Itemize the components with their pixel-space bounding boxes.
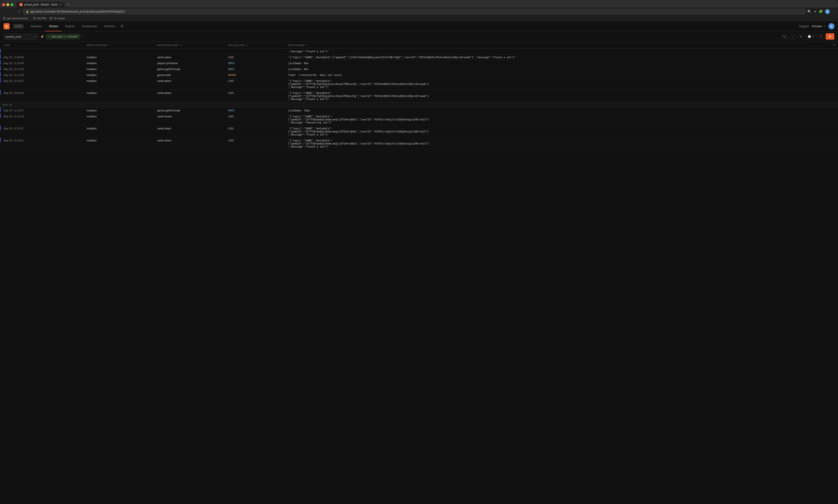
- user-avatar[interactable]: S: [828, 23, 835, 29]
- table-row[interactable]: May 29, 11:21:15 mutation cards:reveal L…: [0, 114, 838, 126]
- column-settings-icon[interactable]: ⚙: [833, 43, 835, 47]
- th-log-level[interactable]: data.log_level ▼: [225, 42, 285, 49]
- row-time: May 29, 11:20:37: [1, 108, 84, 114]
- add-filter-button[interactable]: +: [82, 34, 84, 39]
- dataset-selector[interactable]: proset_prod ▼: [3, 34, 38, 40]
- row-log-level: INFO: [225, 108, 285, 114]
- bookmark-to-review-label: To review: [54, 17, 65, 20]
- table-row[interactable]: May 20, 11:10:53 mutation games:getOrCre…: [0, 66, 838, 72]
- github-icon-3: ⚫: [49, 17, 53, 20]
- minimize-traffic-light[interactable]: [6, 3, 9, 6]
- active-tab[interactable]: A proset_prod · Stream · Axion ✕: [16, 2, 65, 7]
- filter-right-actions: Aa ☆ ★ 🕐 ▼ ⟳ ⏸: [781, 33, 835, 40]
- row-log-level: INFO: [225, 60, 285, 66]
- star-outline-icon: ☆: [791, 35, 794, 38]
- maximize-traffic-light[interactable]: [11, 3, 13, 6]
- user-menu[interactable]: Sshader ▼: [812, 24, 826, 28]
- row-fn-path: cards:select: [154, 126, 225, 138]
- row-fn-type: mutation: [84, 90, 154, 102]
- sort-icon: ▼: [109, 44, 111, 47]
- row-fn-path: cards:select: [154, 55, 225, 60]
- table-row[interactable]: May 29, 11:22:47 mutation cards:select L…: [0, 126, 838, 138]
- th-fn-type[interactable]: data.function.type ▼: [84, 42, 154, 49]
- row-message: '{"topic":"GAME","metadata": {"gameId":"…: [285, 114, 838, 126]
- table-row[interactable]: May 29, 11:20:37 mutation games:getOrCre…: [0, 108, 838, 114]
- row-fn-path: players:joinGame: [154, 60, 225, 66]
- table-row[interactable]: May 29, 11:26:31 mutation cards:select L…: [0, 138, 838, 150]
- user-label: Sshader: [812, 24, 822, 28]
- back-button[interactable]: ←: [3, 9, 8, 14]
- profile-button[interactable]: S: [825, 9, 830, 14]
- time-range-button[interactable]: 🕐 ▼: [806, 34, 816, 39]
- app-nav: A 4 of 6 Datasets Stream Explore Dashboa…: [0, 21, 838, 32]
- browser-actions: 🔍 ★ 🧩 S ⋮: [807, 9, 835, 14]
- pause-stream-button[interactable]: ⏸: [826, 33, 835, 40]
- row-time: May 20, 11:11:55: [1, 72, 84, 78]
- tab-dashboards[interactable]: Dashboards: [78, 21, 101, 31]
- row-fn-path: games:start: [154, 72, 225, 78]
- close-traffic-light[interactable]: [2, 3, 5, 6]
- table-row[interactable]: May 20, 11:10:05 mutation players:joinGa…: [0, 60, 838, 66]
- row-fn-path: games:getOrCreate: [154, 66, 225, 72]
- row-time: May 29, 11:26:31: [1, 138, 84, 150]
- stream-table: _time data.function.type ▼ data.function…: [0, 42, 838, 150]
- row-fn-path: cards:reveal: [154, 114, 225, 126]
- row-log-level: LOG: [225, 126, 285, 138]
- th-fn-path[interactable]: data.function.path ▼: [154, 42, 225, 49]
- extensions-button[interactable]: 🧩: [819, 10, 823, 14]
- sort-icon-3: ▼: [246, 44, 248, 47]
- row-message-line1: '{"topic":"GAME","metadata":: [288, 91, 835, 94]
- table-row[interactable]: May 20, 11:11:55 mutation games:start WA…: [0, 72, 838, 78]
- new-tab-button[interactable]: +: [66, 2, 71, 7]
- tab-monitors[interactable]: Monitors: [101, 21, 119, 31]
- row-message-line2: {"gameId":"jh77h93aw6pej6emcaegtjd75n6rq…: [288, 142, 835, 145]
- traffic-lights: [2, 3, 13, 6]
- row-fn-type: mutation: [84, 108, 154, 114]
- browser-window: A proset_prod · Stream · Axion ✕ + ← → ↺…: [0, 0, 838, 504]
- bookmark-button[interactable]: ★: [814, 10, 817, 14]
- row-time: May 20, 11:10:05: [1, 60, 84, 66]
- row-time: May 20, 14:44:27: [1, 78, 84, 90]
- filter-bar: proset_prod ▼ ⚡ ✕ data.topic == "console…: [0, 32, 838, 42]
- table-row[interactable]: May 20, 14:44:44 mutation cards:select L…: [0, 90, 838, 102]
- bookmark-get-convex[interactable]: ⚫ get-convex/conve...: [3, 17, 30, 20]
- clock-icon: 🕐: [808, 35, 811, 38]
- table-row[interactable]: May 20, 14:44:27 mutation cards:select L…: [0, 78, 838, 90]
- settings-gear-icon[interactable]: ⚙: [119, 24, 125, 29]
- tab-label: proset_prod · Stream · Axion: [24, 3, 58, 6]
- aa-button[interactable]: Aa: [781, 34, 788, 39]
- row-message-line2: {"gameId":"jh7f74sfq31hqcp2nxv3naxk796se…: [288, 94, 835, 98]
- url-bar[interactable]: 🔒 app.axiom.co/sshader-kk7l/stream/prose…: [23, 9, 806, 15]
- tab-explore[interactable]: Explore: [62, 21, 78, 31]
- forward-button[interactable]: →: [10, 9, 15, 14]
- bookmark-my-prs[interactable]: ⚫ My PRs: [33, 17, 47, 20]
- starred-queries-button[interactable]: ☆: [790, 34, 796, 39]
- app-container: A 4 of 6 Datasets Stream Explore Dashboa…: [0, 21, 838, 504]
- row-message-line1: '{"topic":"GAME","metadata":: [288, 115, 835, 118]
- save-query-button[interactable]: ★: [798, 34, 804, 39]
- row-time: May 29, 11:21:15: [1, 114, 84, 126]
- tab-stream[interactable]: Stream: [45, 21, 62, 31]
- row-message: '{"topic":"GAME","metadata":{"gameId":"j…: [285, 55, 838, 60]
- chevron-down-icon: ▼: [34, 35, 36, 38]
- table-row[interactable]: May 20, 11:09:56 mutation cards:select L…: [0, 55, 838, 60]
- tab-close-button[interactable]: ✕: [59, 3, 61, 6]
- row-message-line3: ,"message":"Found a set"}': [288, 86, 835, 89]
- row-message-line3: ,"message":"Found a set"}': [288, 133, 835, 136]
- filter-tag[interactable]: ✕ data.topic == "console": [46, 34, 80, 39]
- search-browser-button[interactable]: 🔍: [807, 10, 811, 14]
- row-fn-type: mutation: [84, 138, 154, 150]
- table-row[interactable]: ,"message":"Found a set"}': [0, 49, 838, 55]
- row-message-line1: '{"topic":"GAME","metadata":: [288, 127, 835, 130]
- row-fn-type: mutation: [84, 55, 154, 60]
- more-options-button[interactable]: ⋮: [832, 10, 835, 14]
- support-link[interactable]: Support: [799, 24, 809, 28]
- refresh-button[interactable]: ↺: [17, 9, 21, 14]
- bookmark-to-review[interactable]: ⚫ To review: [49, 17, 65, 20]
- github-icon-2: ⚫: [33, 17, 36, 20]
- refresh-query-button[interactable]: ⟳: [818, 34, 824, 39]
- tab-datasets[interactable]: Datasets: [27, 21, 45, 31]
- filter-remove-icon[interactable]: ✕: [48, 35, 50, 38]
- date-separator-may29: MAY 29: [0, 102, 838, 108]
- lock-icon: 🔒: [26, 10, 29, 13]
